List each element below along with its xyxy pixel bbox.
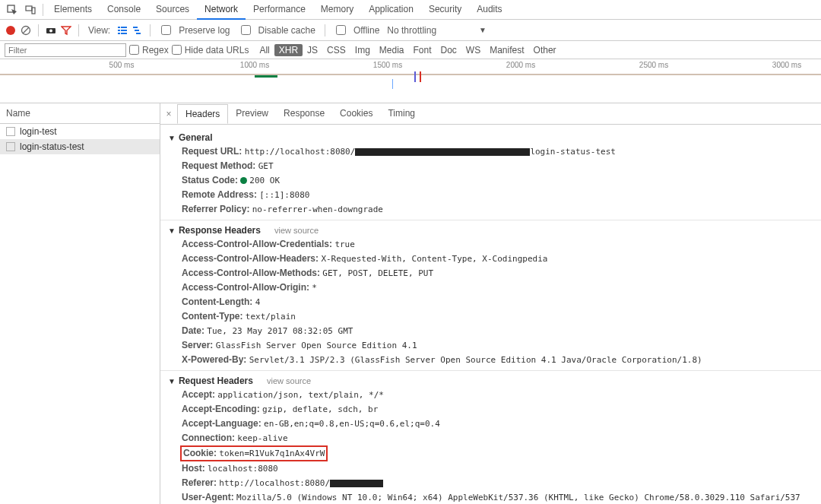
header-key: Host: bbox=[182, 463, 208, 474]
record-button[interactable] bbox=[5, 24, 17, 36]
request-name: login-status-test bbox=[20, 141, 84, 152]
main-tab-application[interactable]: Application bbox=[361, 0, 421, 20]
highlighted-cookie: Cookie: token=R1Vuk7q1nAx4VrW bbox=[180, 445, 328, 461]
close-icon[interactable]: × bbox=[160, 109, 177, 119]
header-value: * bbox=[312, 283, 317, 293]
svg-rect-14 bbox=[135, 30, 139, 31]
detail-tab-preview[interactable]: Preview bbox=[228, 104, 276, 123]
header-key: Accept-Language: bbox=[182, 418, 264, 429]
offline-checkbox[interactable] bbox=[336, 25, 346, 35]
main-tab-memory[interactable]: Memory bbox=[313, 0, 361, 20]
filter-type-media[interactable]: Media bbox=[375, 44, 409, 56]
header-row: Access-Control-Allow-Credentials: true bbox=[160, 237, 821, 252]
large-rows-icon[interactable] bbox=[116, 24, 128, 36]
preserve-log-label: Preserve log bbox=[179, 25, 230, 36]
filter-type-css[interactable]: CSS bbox=[322, 44, 350, 56]
request-row[interactable]: login-status-test bbox=[0, 139, 160, 154]
header-value: en-GB,en;q=0.8,en-US;q=0.6,el;q=0.4 bbox=[264, 419, 440, 429]
header-row: Request URL: http://localhost:8080/login… bbox=[160, 144, 821, 159]
filter-type-doc[interactable]: Doc bbox=[436, 44, 461, 56]
main-tab-elements[interactable]: Elements bbox=[46, 0, 100, 20]
waterfall-icon[interactable] bbox=[132, 24, 144, 36]
request-row[interactable]: login-test bbox=[0, 124, 160, 139]
filter-type-all[interactable]: All bbox=[255, 44, 274, 56]
header-value: no-referrer-when-downgrade bbox=[252, 204, 383, 214]
main-tab-audits[interactable]: Audits bbox=[469, 0, 509, 20]
inspect-icon[interactable] bbox=[5, 3, 19, 17]
detail-tab-response[interactable]: Response bbox=[276, 104, 332, 123]
header-value: 200 OK bbox=[249, 176, 280, 185]
main-tab-performance[interactable]: Performance bbox=[246, 0, 313, 20]
response-headers-toggle[interactable]: ▼Response Headersview source bbox=[160, 223, 821, 237]
view-source-link[interactable]: view source bbox=[274, 226, 319, 235]
file-icon bbox=[6, 142, 15, 151]
disable-cache-checkbox[interactable] bbox=[241, 25, 251, 35]
header-value: Servlet/3.1 JSP/2.3 (GlassFish Server Op… bbox=[249, 355, 702, 365]
hide-data-urls-checkbox[interactable] bbox=[172, 45, 182, 55]
separator bbox=[38, 24, 39, 36]
filter-type-manifest[interactable]: Manifest bbox=[485, 44, 528, 56]
hide-data-urls-label: Hide data URLs bbox=[185, 45, 249, 55]
filter-input[interactable] bbox=[5, 43, 126, 57]
throttling-select[interactable]: No throttling bbox=[387, 25, 436, 36]
filter-type-font[interactable]: Font bbox=[409, 44, 436, 56]
filter-type-other[interactable]: Other bbox=[529, 44, 561, 56]
header-value: application/json, text/plain, */* bbox=[217, 390, 384, 400]
filter-type-img[interactable]: Img bbox=[350, 44, 375, 56]
header-row: Referer: http://localhost:8080/ bbox=[160, 476, 821, 490]
header-value: true bbox=[334, 239, 355, 249]
filter-icon[interactable] bbox=[60, 24, 72, 36]
header-key: X-Powered-By: bbox=[182, 354, 249, 365]
header-row: Accept-Encoding: gzip, deflate, sdch, br bbox=[160, 402, 821, 417]
header-key: Access-Control-Allow-Headers: bbox=[182, 253, 321, 264]
request-headers-section: ▼Request Headersview source Accept: appl… bbox=[160, 370, 821, 504]
request-headers-toggle[interactable]: ▼Request Headersview source bbox=[160, 374, 821, 388]
general-title: General bbox=[179, 132, 213, 143]
general-toggle[interactable]: ▼General bbox=[160, 131, 821, 144]
header-value: gzip, deflate, sdch, br bbox=[262, 404, 378, 414]
main-tab-network[interactable]: Network bbox=[197, 0, 246, 20]
header-key: Access-Control-Allow-Origin: bbox=[182, 282, 312, 293]
filter-type-ws[interactable]: WS bbox=[461, 44, 485, 56]
header-value: X-Requested-With, Content-Type, X-Coding… bbox=[321, 254, 547, 264]
header-key: Status Code: bbox=[182, 175, 240, 185]
header-value: Mozilla/5.0 (Windows NT 10.0; Win64; x64… bbox=[236, 493, 800, 502]
detail-tabs: × HeadersPreviewResponseCookiesTiming bbox=[160, 103, 821, 125]
header-row: Request Method: GET bbox=[160, 159, 821, 173]
chevron-down-icon[interactable]: ▼ bbox=[479, 26, 487, 34]
preserve-log-checkbox[interactable] bbox=[161, 25, 171, 35]
clear-button[interactable] bbox=[20, 24, 32, 36]
view-source-link[interactable]: view source bbox=[267, 376, 311, 385]
header-row: Server: GlassFish Server Open Source Edi… bbox=[160, 338, 821, 353]
detail-tab-headers[interactable]: Headers bbox=[177, 104, 228, 124]
file-icon bbox=[6, 127, 15, 136]
header-value: http://localhost:8080/ bbox=[245, 147, 356, 157]
svg-rect-12 bbox=[121, 33, 127, 34]
network-timeline[interactable]: 500 ms1000 ms1500 ms2000 ms2500 ms3000 m… bbox=[0, 59, 821, 103]
main-tab-security[interactable]: Security bbox=[421, 0, 469, 20]
header-key: Access-Control-Allow-Credentials: bbox=[182, 239, 334, 249]
request-name: login-test bbox=[20, 126, 57, 137]
header-row: Content-Length: 4 bbox=[160, 295, 821, 309]
device-toggle-icon[interactable] bbox=[24, 3, 37, 17]
header-value: token=R1Vuk7q1nAx4VrW bbox=[219, 449, 325, 458]
header-row: Connection: keep-alive bbox=[160, 431, 821, 445]
header-key: Referer: bbox=[182, 477, 219, 488]
regex-checkbox[interactable] bbox=[129, 45, 139, 55]
redacted-icon bbox=[355, 148, 530, 156]
separator bbox=[325, 24, 325, 36]
detail-tab-timing[interactable]: Timing bbox=[380, 104, 423, 123]
detail-tab-cookies[interactable]: Cookies bbox=[332, 104, 380, 123]
separator bbox=[150, 24, 151, 36]
header-key: Referrer Policy: bbox=[182, 204, 252, 214]
svg-rect-8 bbox=[121, 27, 127, 28]
filter-type-js[interactable]: JS bbox=[303, 44, 322, 56]
main-tab-console[interactable]: Console bbox=[100, 0, 148, 20]
capture-screenshot-icon[interactable] bbox=[45, 24, 57, 36]
filter-type-xhr[interactable]: XHR bbox=[274, 44, 303, 56]
header-value: GET, POST, DELETE, PUT bbox=[322, 268, 433, 278]
network-filter-bar: Regex Hide data URLs AllXHRJSCSSImgMedia… bbox=[0, 41, 821, 59]
header-key: Request Method: bbox=[182, 160, 258, 171]
main-tab-sources[interactable]: Sources bbox=[148, 0, 197, 20]
name-column-header[interactable]: Name bbox=[0, 103, 160, 124]
